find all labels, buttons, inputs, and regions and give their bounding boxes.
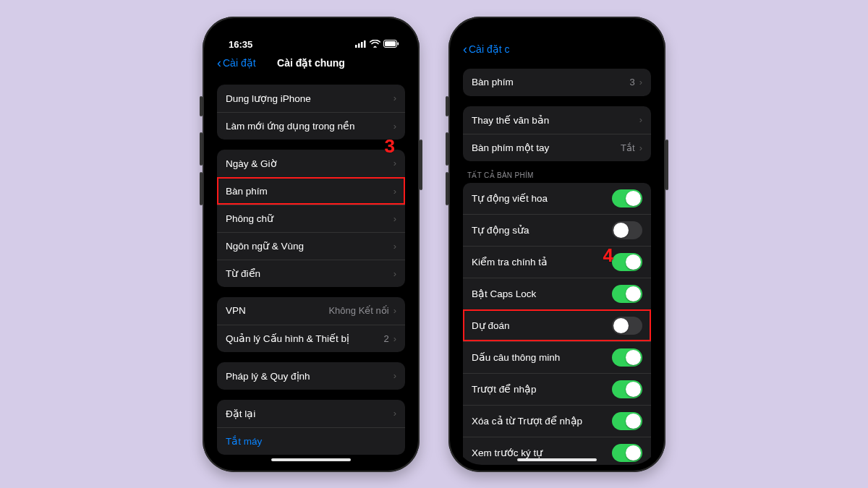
wifi-icon bbox=[370, 39, 380, 50]
group-text-replacement: Thay thế văn bản › Bàn phím một tay Tắt› bbox=[463, 106, 651, 161]
back-button[interactable]: ‹ Cài đặt c bbox=[463, 43, 509, 56]
row-iphone-storage[interactable]: Dung lượng iPhone › bbox=[217, 85, 405, 112]
toggle-switch[interactable] bbox=[612, 380, 642, 398]
section-header-all-keyboards: TẤT CẢ BÀN PHÍM bbox=[456, 171, 658, 183]
chevron-left-icon: ‹ bbox=[217, 56, 221, 69]
toggle-label: Dự đoán bbox=[472, 320, 510, 331]
back-button[interactable]: ‹ Cài đặt bbox=[217, 56, 256, 69]
chevron-right-icon: › bbox=[639, 114, 642, 125]
battery-icon bbox=[383, 39, 399, 50]
chevron-right-icon: › bbox=[393, 408, 396, 419]
chevron-right-icon: › bbox=[393, 186, 396, 197]
annotation-4: 4 bbox=[603, 244, 613, 267]
toggle-label: Dấu câu thông minh bbox=[472, 351, 560, 363]
toggle-label: Bật Caps Lock bbox=[472, 288, 536, 299]
row-fonts[interactable]: Phông chữ › bbox=[217, 205, 405, 232]
svg-rect-0 bbox=[355, 45, 357, 48]
row-vpn[interactable]: VPN Không Kết nối› bbox=[217, 297, 405, 325]
chevron-right-icon: › bbox=[393, 268, 396, 279]
phone-right: 4 ‹ Cài đặt c Bàn phím 3› Thay thế văn b… bbox=[448, 17, 665, 472]
chevron-right-icon: › bbox=[393, 93, 396, 103]
chevron-right-icon: › bbox=[393, 158, 396, 168]
annotation-3: 3 bbox=[385, 135, 395, 158]
svg-rect-2 bbox=[361, 42, 363, 48]
row-dictionary[interactable]: Từ điển › bbox=[217, 260, 405, 287]
status-icons bbox=[355, 39, 399, 50]
status-time: 16:35 bbox=[229, 39, 252, 50]
nav-title: Cài đặt chung bbox=[277, 57, 345, 69]
chevron-right-icon: › bbox=[393, 333, 396, 344]
back-label: Cài đặt c bbox=[469, 43, 509, 55]
row-toggle-4: Dự đoán bbox=[463, 309, 651, 341]
toggle-switch[interactable] bbox=[612, 348, 642, 367]
chevron-right-icon: › bbox=[393, 213, 396, 224]
one-handed-value: Tắt bbox=[621, 142, 635, 153]
chevron-right-icon: › bbox=[639, 77, 642, 87]
phone-left: 3 16:35 ‹ Cài đặt Cài đặt chung bbox=[203, 17, 420, 472]
row-toggle-0: Tự động viết hoa bbox=[463, 183, 651, 214]
toggle-label: Tự động sửa bbox=[472, 224, 529, 236]
svg-rect-3 bbox=[364, 40, 366, 48]
keyboards-count: 3 bbox=[629, 77, 634, 87]
group-legal: Pháp lý & Quy định › bbox=[217, 362, 405, 390]
row-keyboard[interactable]: Bàn phím › bbox=[217, 177, 405, 205]
group-all-keyboards: Tự động viết hoaTự động sửaKiểm tra chín… bbox=[463, 183, 651, 465]
row-date-time[interactable]: Ngày & Giờ › bbox=[217, 150, 405, 177]
row-reset[interactable]: Đặt lại › bbox=[217, 400, 405, 427]
row-shutdown[interactable]: Tắt máy bbox=[217, 427, 405, 455]
row-text-replacement[interactable]: Thay thế văn bản › bbox=[463, 106, 651, 134]
row-toggle-6: Trượt để nhập bbox=[463, 373, 651, 405]
group-vpn: VPN Không Kết nối› Quản lý Cấu hình & Th… bbox=[217, 297, 405, 352]
row-toggle-2: Kiểm tra chính tả bbox=[463, 246, 651, 278]
toggle-label: Xóa cả từ Trượt để nhập bbox=[472, 415, 582, 427]
row-language-region[interactable]: Ngôn ngữ & Vùng › bbox=[217, 232, 405, 260]
row-toggle-5: Dấu câu thông minh bbox=[463, 341, 651, 373]
chevron-right-icon: › bbox=[393, 370, 396, 381]
row-background-app-refresh[interactable]: Làm mới ứng dụng trong nền › bbox=[217, 112, 405, 140]
toggle-switch[interactable] bbox=[612, 444, 642, 462]
row-toggle-3: Bật Caps Lock bbox=[463, 278, 651, 309]
back-label: Cài đặt bbox=[223, 57, 256, 69]
toggle-switch[interactable] bbox=[612, 412, 642, 430]
toggle-label: Trượt để nhập bbox=[472, 383, 537, 395]
chevron-right-icon: › bbox=[393, 241, 396, 252]
toggle-switch[interactable] bbox=[612, 253, 642, 271]
row-toggle-1: Tự động sửa bbox=[463, 214, 651, 246]
toggle-switch[interactable] bbox=[612, 221, 642, 239]
svg-rect-1 bbox=[358, 43, 360, 48]
home-indicator[interactable] bbox=[271, 458, 351, 461]
signal-icon bbox=[355, 39, 367, 50]
home-indicator[interactable] bbox=[517, 458, 597, 461]
toggle-label: Xem trước ký tự bbox=[472, 447, 542, 458]
group-reset: Đặt lại › Tắt máy bbox=[217, 400, 405, 455]
svg-rect-6 bbox=[398, 42, 399, 45]
chevron-right-icon: › bbox=[393, 121, 396, 132]
row-profiles[interactable]: Quản lý Cấu hình & Thiết bị 2› bbox=[217, 325, 405, 352]
row-keyboards[interactable]: Bàn phím 3› bbox=[463, 69, 651, 96]
chevron-right-icon: › bbox=[639, 142, 642, 153]
svg-rect-5 bbox=[385, 41, 396, 46]
toggle-label: Tự động viết hoa bbox=[472, 192, 548, 204]
toggle-label: Kiểm tra chính tả bbox=[472, 256, 548, 267]
profiles-count: 2 bbox=[383, 333, 388, 344]
row-legal[interactable]: Pháp lý & Quy định › bbox=[217, 362, 405, 390]
group-keyboard: Ngày & Giờ › Bàn phím › Phông chữ › Ngôn… bbox=[217, 150, 405, 287]
vpn-status: Không Kết nối bbox=[328, 305, 388, 316]
toggle-switch[interactable] bbox=[612, 317, 642, 335]
notch bbox=[264, 24, 358, 41]
toggle-switch[interactable] bbox=[612, 189, 642, 207]
group-storage: Dung lượng iPhone › Làm mới ứng dụng tro… bbox=[217, 85, 405, 140]
toggle-switch[interactable] bbox=[612, 285, 642, 303]
group-keyboards-count: Bàn phím 3› bbox=[463, 69, 651, 96]
nav-bar: ‹ Cài đặt Cài đặt chung bbox=[210, 51, 412, 74]
chevron-right-icon: › bbox=[393, 305, 396, 316]
row-toggle-7: Xóa cả từ Trượt để nhập bbox=[463, 405, 651, 437]
nav-bar: ‹ Cài đặt c bbox=[456, 40, 658, 59]
chevron-left-icon: ‹ bbox=[463, 43, 467, 56]
row-one-handed[interactable]: Bàn phím một tay Tắt› bbox=[463, 134, 651, 161]
notch bbox=[510, 24, 604, 41]
